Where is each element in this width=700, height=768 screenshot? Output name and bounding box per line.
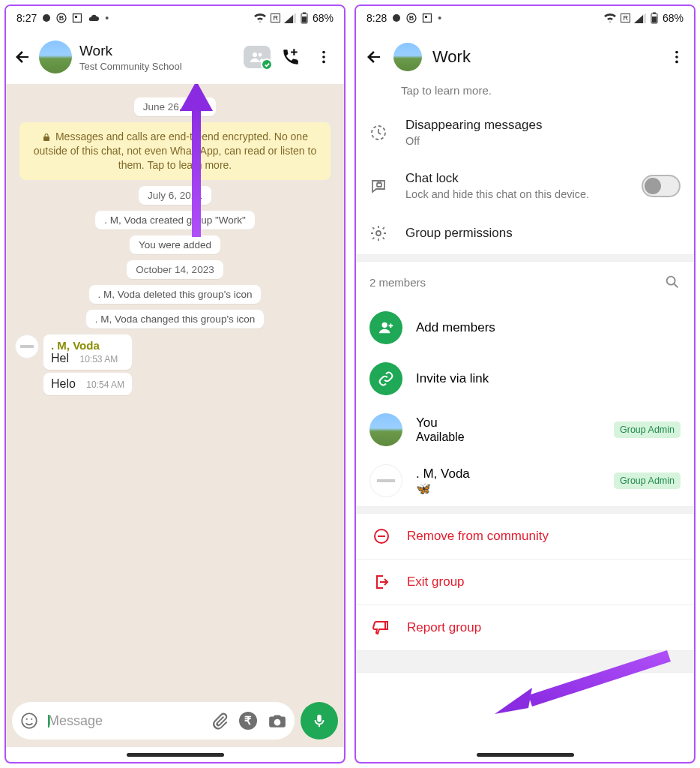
svg-rect-28 [652,16,657,22]
svg-rect-37 [377,479,395,482]
wifi-icon [603,13,617,23]
more-icon[interactable] [669,49,685,65]
sender-avatar[interactable] [15,334,39,358]
member-name: . M, Voda [416,466,600,482]
date-chip: October 14, 2023 [127,260,223,279]
battery-icon [300,12,309,24]
svg-rect-6 [303,13,306,14]
member-row[interactable]: . M, Voda 🦋 Group Admin [356,455,694,506]
disappearing-label: Disappearing messages [405,118,681,133]
signal-icon [634,13,646,23]
message-text: Helo [51,377,76,391]
svg-point-34 [376,231,381,236]
svg-rect-7 [302,16,307,22]
message-text: Hel [51,352,69,365]
group-avatar[interactable] [393,43,422,71]
remove-icon [372,527,390,545]
row-disappearing[interactable]: Disappearing messages Off [356,106,694,159]
battery-icon [650,12,659,24]
chatlock-sub: Lock and hide this chat on this device. [405,188,600,200]
svg-text:B: B [409,14,414,22]
add-members-label: Add members [416,320,495,335]
learn-more-text[interactable]: Tap to learn more. [356,84,694,106]
svg-point-31 [675,61,678,64]
svg-point-8 [253,52,257,57]
svg-rect-33 [377,183,381,187]
search-icon[interactable] [664,274,681,290]
message-input[interactable]: Message ₹ [12,702,295,740]
member-row-you[interactable]: You Available Group Admin [356,404,694,455]
svg-point-30 [675,56,678,58]
notif-b-icon: B [56,13,67,23]
lock-icon [42,133,51,142]
svg-text:B: B [59,14,64,22]
cloud-icon [88,14,100,22]
encryption-banner[interactable]: Messages and calls are end-to-end encryp… [19,122,331,180]
members-count: 2 members [369,276,426,289]
section-divider [356,506,694,514]
chatlock-toggle[interactable] [642,175,681,197]
date-chip: July 6, 2021 [139,186,211,205]
row-report-group[interactable]: Report group [356,605,694,650]
svg-point-17 [26,718,28,720]
info-body[interactable]: Tap to learn more. Disappearing messages… [356,84,694,747]
chat-header[interactable]: Work Test Community School [6,30,344,84]
status-bar: 8:27 B • R 68% [6,6,344,30]
phone-right: 8:28 B • R 68% Work Tap to learn more. D… [354,4,696,764]
invite-label: Invite via link [416,371,489,386]
back-icon[interactable] [13,48,31,66]
camera-icon[interactable] [268,711,287,730]
chatlock-label: Chat lock [405,171,624,186]
emoji-icon[interactable] [19,711,39,730]
status-time: 8:28 [366,12,387,24]
row-chat-lock[interactable]: Chat lock Lock and hide this chat on thi… [356,159,694,212]
attach-icon[interactable] [211,712,229,730]
more-icon[interactable] [311,49,337,65]
report-label: Report group [407,620,481,635]
notif-dot-icon [392,14,401,22]
chat-subtitle: Test Community School [79,61,236,72]
admin-badge: Group Admin [614,472,681,489]
mic-button[interactable] [301,702,338,740]
row-permissions[interactable]: Group permissions [356,212,694,254]
member-status: Available [416,430,600,444]
add-person-icon [378,320,394,336]
system-message: . M, Voda deleted this group's icon [89,285,262,304]
svg-rect-27 [653,13,656,14]
community-chip[interactable] [244,46,271,68]
timer-icon [369,124,387,142]
message-bubble[interactable]: Helo 10:54 AM [43,373,132,395]
wifi-icon [253,13,267,23]
admin-badge: Group Admin [614,422,681,438]
row-add-members[interactable]: Add members [356,302,694,353]
status-time: 8:27 [16,12,37,24]
section-divider [356,650,694,673]
svg-rect-25 [425,16,427,18]
row-invite-link[interactable]: Invite via link [356,353,694,404]
chat-body[interactable]: June 26, 2022 Messages and calls are end… [6,84,344,694]
call-add-icon[interactable] [278,47,304,67]
group-avatar[interactable] [39,40,72,74]
exit-label: Exit group [407,574,465,590]
message-bubble[interactable]: . M, Voda Hel 10:53 AM [43,334,132,370]
exit-icon [372,573,390,591]
svg-point-21 [393,14,400,22]
svg-rect-13 [20,345,34,348]
system-message: You were added [130,236,220,254]
svg-point-35 [667,277,675,285]
row-remove-community[interactable]: Remove from community [356,514,694,559]
members-header: 2 members [356,262,694,302]
back-icon[interactable] [365,48,383,66]
member-avatar [369,464,402,497]
rupee-icon[interactable]: ₹ [238,710,259,731]
svg-point-36 [382,322,387,328]
info-header: Work [356,30,694,84]
notif-dot-icon [42,14,51,22]
svg-point-10 [322,51,325,54]
battery-pct: 68% [313,12,334,24]
svg-point-11 [322,56,325,58]
info-title[interactable]: Work [432,47,658,67]
row-exit-group[interactable]: Exit group [356,560,694,604]
message-row: . M, Voda Hel 10:53 AM Helo 10:54 AM [15,334,335,398]
chat-title-area[interactable]: Work Test Community School [79,43,236,72]
